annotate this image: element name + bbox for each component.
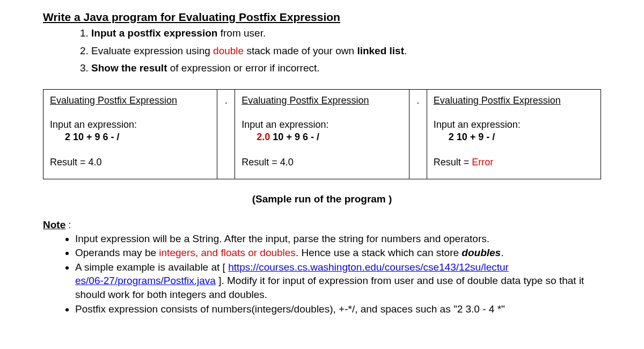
sample-input: 2 10 + 9 6 - / <box>65 132 210 143</box>
sample-result: Result = Error <box>434 157 594 168</box>
step-text: Show the result <box>91 62 167 74</box>
list-item: Postfix expression consists of numbers(i… <box>75 302 612 316</box>
sample-input: 2.0 10 + 9 6 - / <box>257 132 402 143</box>
note-text: Operands may be <box>75 247 159 258</box>
note-list: Input expression will be a String. After… <box>62 232 612 316</box>
step-text: double <box>213 45 244 56</box>
note-text: integers, and floats or doubles <box>159 247 296 258</box>
sample-caption: (Sample run of the program ) <box>32 193 612 205</box>
sample-input: 2 10 + 9 - / <box>449 132 594 143</box>
list-item: Input a postfix expression from user. <box>91 26 612 41</box>
sample-title: Evaluating Postfix Expression <box>50 95 210 106</box>
sample-prompt: Input an expression: <box>434 119 594 130</box>
list-item: A simple example is available at [ https… <box>75 260 612 302</box>
list-item: Input expression will be a String. After… <box>75 232 612 246</box>
step-text: linked list <box>357 45 404 56</box>
page-title: Write a Java program for Evaluating Post… <box>43 11 612 24</box>
sample-box: Evaluating Postfix Expression Input an e… <box>427 89 601 179</box>
reference-link[interactable]: es/06-27/programs/Postfix.java <box>75 275 216 286</box>
step-text: . <box>404 45 407 56</box>
note-text: doubles <box>462 247 501 258</box>
list-item: Evaluate expression using double stack m… <box>91 43 612 59</box>
separator-dot: . <box>217 89 235 179</box>
sample-result: Result = 4.0 <box>241 157 402 168</box>
note-heading: Note <box>43 219 65 230</box>
step-text: of expression or error if incorrect. <box>167 62 319 74</box>
sample-title: Evaluating Postfix Expression <box>241 95 402 106</box>
note-colon: : <box>65 220 71 230</box>
list-item: Operands may be integers, and floats or … <box>75 246 612 260</box>
sample-result: Result = 4.0 <box>50 157 210 168</box>
note-text: . <box>501 247 503 258</box>
note-text: A simple example is available at [ <box>75 261 228 273</box>
sample-prompt: Input an expression: <box>50 119 210 130</box>
sample-box: Evaluating Postfix Expression Input an e… <box>235 89 409 179</box>
list-item: Show the result of expression or error i… <box>91 61 612 76</box>
separator-dot: . <box>409 89 427 179</box>
sample-title: Evaluating Postfix Expression <box>434 95 594 106</box>
step-text: Input a postfix expression <box>91 27 217 39</box>
reference-link[interactable]: https://courses.cs.washington.edu/course… <box>228 261 509 273</box>
sample-prompt: Input an expression: <box>241 119 402 130</box>
note-text: . Hence use a stack which can store <box>296 247 462 258</box>
instruction-list: Input a postfix expression from user. Ev… <box>75 26 612 76</box>
note-section: Note : Input expression will be a String… <box>32 219 612 316</box>
step-text: Evaluate expression using <box>91 45 213 56</box>
step-text: from user. <box>217 27 266 39</box>
sample-runs-row: Evaluating Postfix Expression Input an e… <box>43 89 601 179</box>
sample-box: Evaluating Postfix Expression Input an e… <box>43 89 217 179</box>
step-text: stack made of your own <box>244 45 357 56</box>
